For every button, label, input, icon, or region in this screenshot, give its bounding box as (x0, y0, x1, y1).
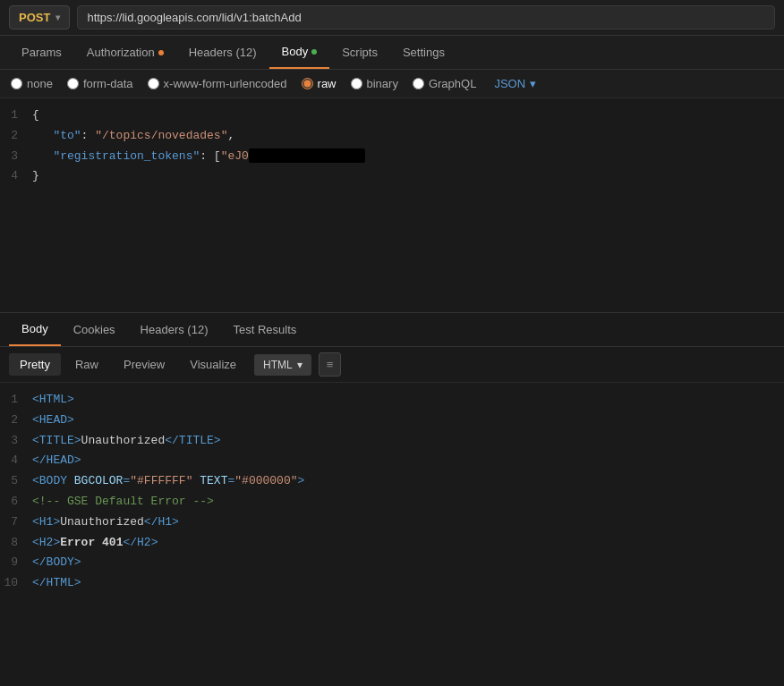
url-bar: POST ▾ (0, 0, 784, 36)
response-line-6: 6 <!-- GSE Default Error --> (0, 492, 784, 512)
response-section: Body Cookies Headers (12) Test Results P… (0, 313, 784, 601)
body-type-raw[interactable]: raw (302, 77, 337, 90)
response-line-9: 9 </BODY> (0, 553, 784, 573)
body-type-form-data[interactable]: form-data (67, 77, 133, 90)
response-line-2: 2 <HEAD> (0, 411, 784, 431)
body-type-bar: none form-data x-www-form-urlencoded raw… (0, 70, 784, 98)
body-dot (311, 49, 317, 55)
sub-tab-raw[interactable]: Raw (64, 353, 109, 376)
body-type-binary[interactable]: binary (351, 77, 398, 90)
response-line-3: 3 <TITLE>Unauthorized</TITLE> (0, 431, 784, 452)
response-line-4: 4 </HEAD> (0, 451, 784, 471)
sub-tab-preview[interactable]: Preview (113, 353, 175, 376)
response-tab-headers[interactable]: Headers (12) (128, 314, 221, 345)
request-code-editor[interactable]: 1 { 2 "to": "/topics/novedades", 3 "regi… (0, 98, 784, 313)
url-input[interactable] (77, 5, 775, 30)
body-type-urlencoded[interactable]: x-www-form-urlencoded (148, 77, 287, 90)
method-label: POST (19, 11, 50, 24)
wrap-icon: ≡ (327, 358, 334, 371)
response-code-viewer: 1 <HTML> 2 <HEAD> 3 <TITLE>Unauthorized<… (0, 383, 784, 601)
tab-headers[interactable]: Headers (12) (176, 37, 269, 68)
wrap-button[interactable]: ≡ (319, 352, 342, 377)
tab-settings[interactable]: Settings (390, 37, 457, 68)
request-tab-bar: Params Authorization Headers (12) Body S… (0, 36, 784, 70)
method-chevron-icon: ▾ (55, 13, 60, 22)
response-line-8: 8 <H2>Error 401</H2> (0, 533, 784, 554)
tab-params[interactable]: Params (9, 37, 74, 68)
method-select[interactable]: POST ▾ (9, 5, 70, 30)
sub-tab-visualize[interactable]: Visualize (179, 353, 247, 376)
authorization-dot (158, 50, 164, 55)
code-line-3: 3 "registration_tokens": ["eJ0 (0, 147, 784, 167)
response-tab-test-results[interactable]: Test Results (220, 314, 309, 345)
format-chevron-icon: ▾ (530, 77, 536, 90)
code-line-4: 4 } (0, 166, 784, 187)
format-button[interactable]: HTML ▾ (254, 354, 311, 376)
sub-tab-pretty[interactable]: Pretty (9, 353, 61, 376)
tab-body[interactable]: Body (269, 36, 330, 69)
code-line-2: 2 "to": "/topics/novedades", (0, 126, 784, 147)
tab-authorization[interactable]: Authorization (74, 37, 176, 68)
response-line-7: 7 <H1>Unauthorized</H1> (0, 512, 784, 533)
tab-scripts[interactable]: Scripts (329, 37, 390, 68)
response-line-10: 10 </HTML> (0, 573, 784, 594)
response-line-1: 1 <HTML> (0, 390, 784, 411)
body-type-graphql[interactable]: GraphQL (413, 77, 476, 90)
response-tab-cookies[interactable]: Cookies (61, 314, 128, 345)
response-sub-bar: Pretty Raw Preview Visualize HTML ▾ ≡ (0, 347, 784, 383)
response-tab-body[interactable]: Body (9, 313, 61, 346)
format-select[interactable]: JSON ▾ (494, 77, 536, 90)
format-btn-chevron-icon: ▾ (297, 359, 303, 371)
response-tab-bar: Body Cookies Headers (12) Test Results (0, 313, 784, 347)
code-line-1: 1 { (0, 106, 784, 126)
response-line-5: 5 <BODY BGCOLOR="#FFFFFF" TEXT="#000000"… (0, 471, 784, 492)
body-type-none[interactable]: none (11, 77, 53, 90)
